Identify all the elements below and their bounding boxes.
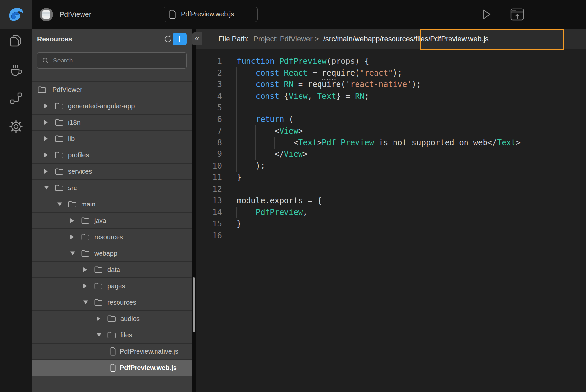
search-input[interactable] — [52, 57, 182, 64]
caret-right-icon[interactable] — [44, 120, 48, 125]
file-icon — [169, 10, 176, 19]
line-number: 9 — [196, 149, 222, 160]
caret-right-icon[interactable] — [70, 235, 74, 239]
caret-right-icon[interactable] — [70, 218, 74, 223]
code-line-15: 15} — [196, 218, 586, 230]
code-text: <View> — [237, 125, 303, 137]
wave-logo-icon — [7, 6, 25, 23]
tree-row-i18n[interactable]: i18n — [32, 115, 192, 131]
file-icon — [110, 364, 116, 372]
file-path-bar: « File Path: Project: PdfViewer > /src/m… — [196, 29, 586, 49]
refresh-button[interactable] — [163, 34, 173, 44]
caret-down-icon[interactable] — [70, 252, 75, 255]
tree-row-label: profiles — [68, 151, 89, 159]
add-resource-button[interactable] — [173, 33, 187, 45]
code-text: module.exports = { — [237, 195, 322, 207]
run-button[interactable] — [480, 9, 492, 20]
panel-gutter — [192, 29, 196, 392]
folder-icon — [55, 102, 64, 110]
caret-right-icon[interactable] — [97, 316, 100, 321]
folder-icon — [68, 201, 77, 208]
tree-row-generated-angular-app[interactable]: generated-angular-app — [32, 98, 192, 115]
line-number: 16 — [196, 230, 222, 242]
code-line-8: 8 <Text>Pdf Preview is not supported on … — [196, 137, 586, 149]
caret-right-icon[interactable] — [44, 104, 48, 108]
tree-row-pages[interactable]: pages — [32, 278, 192, 294]
line-number: 5 — [196, 102, 222, 114]
tree-row-java[interactable]: java — [32, 213, 192, 229]
rail-item-flows[interactable] — [9, 91, 23, 105]
caret-down-icon[interactable] — [97, 333, 101, 337]
tree-row-webapp[interactable]: webapp — [32, 245, 192, 262]
code-editor[interactable]: 1function PdfPreview(props) {2 const Rea… — [196, 49, 586, 392]
tree-row-profiles[interactable]: profiles — [32, 147, 192, 164]
code-line-7: 7 <View> — [196, 125, 586, 137]
tree-row-files[interactable]: files — [32, 327, 192, 344]
rail-item-java[interactable] — [9, 62, 23, 77]
caret-right-icon[interactable] — [44, 153, 48, 157]
folder-icon — [94, 266, 103, 273]
caret-right-icon[interactable] — [44, 136, 48, 141]
caret-right-icon[interactable] — [83, 267, 87, 272]
tree-scrollbar[interactable] — [193, 277, 195, 332]
code-line-4: 4 const {View, Text} = RN; — [196, 91, 586, 102]
resources-panel: Resources — [32, 29, 192, 392]
code-text: } — [237, 172, 241, 184]
publish-button[interactable] — [510, 8, 524, 21]
collapse-panel-button[interactable]: « — [192, 32, 202, 45]
caret-down-icon[interactable] — [83, 301, 88, 304]
tree-row-src[interactable]: src — [32, 180, 192, 196]
tree-row-services[interactable]: services — [32, 164, 192, 180]
folder-icon — [55, 135, 64, 142]
caret-right-icon[interactable] — [44, 169, 48, 174]
code-line-1: 1function PdfPreview(props) { — [196, 56, 586, 67]
pages-icon — [9, 34, 23, 48]
code-text: const React = require("react"); — [237, 67, 402, 79]
home-button[interactable] — [0, 0, 32, 29]
tree-row-PdfPreview.native.js[interactable]: PdfPreview.native.js — [32, 344, 192, 360]
rail-item-pages[interactable] — [9, 34, 23, 48]
tree-row-data[interactable]: data — [32, 262, 192, 278]
file-tree: PdfViewergenerated-angular-appi18nlibpro… — [32, 81, 192, 392]
project-info: PdfViewer — [40, 8, 91, 21]
caret-down-icon[interactable] — [44, 186, 49, 190]
tree-row-label: webapp — [94, 250, 117, 257]
flow-icon — [9, 91, 23, 105]
app-icon — [40, 8, 53, 21]
tree-row-partial — [32, 376, 192, 380]
folder-icon — [107, 331, 116, 339]
line-number: 2 — [196, 67, 222, 79]
tree-row-PdfViewer[interactable]: PdfViewer — [32, 82, 192, 98]
line-number: 14 — [196, 207, 222, 219]
caret-down-icon[interactable] — [57, 203, 62, 206]
tree-row-resources[interactable]: resources — [32, 294, 192, 311]
tree-row-resources[interactable]: resources — [32, 229, 192, 245]
tree-row-PdfPreview.web.js[interactable]: PdfPreview.web.js — [32, 360, 192, 376]
code-line-10: 10 ); — [196, 160, 586, 172]
code-text: PdfPreview, — [237, 207, 308, 219]
folder-icon — [81, 233, 90, 241]
open-file-tab[interactable]: PdfPreview.web.js — [164, 7, 258, 22]
refresh-icon — [163, 34, 173, 44]
rail-item-settings[interactable] — [9, 119, 23, 134]
folder-icon — [94, 282, 103, 290]
tree-row-label: i18n — [68, 119, 81, 126]
body: Resources — [0, 29, 586, 392]
code-line-12: 12 — [196, 184, 586, 195]
plus-icon — [176, 35, 183, 43]
code-line-13: 13module.exports = { — [196, 195, 586, 207]
indent-guide — [236, 67, 237, 172]
tree-row-main[interactable]: main — [32, 196, 192, 213]
folder-icon — [55, 119, 64, 126]
line-number: 3 — [196, 79, 222, 91]
search-box — [37, 52, 187, 69]
caret-right-icon[interactable] — [83, 284, 87, 288]
tree-row-audios[interactable]: audios — [32, 311, 192, 327]
app-window: PdfViewer PdfPreview.web.js — [0, 0, 586, 392]
tree-row-lib[interactable]: lib — [32, 131, 192, 147]
tree-row-label: src — [68, 184, 77, 192]
line-number: 13 — [196, 195, 222, 207]
top-bar: PdfViewer PdfPreview.web.js — [0, 0, 586, 29]
line-number: 11 — [196, 172, 222, 184]
file-path-value: /src/main/webapp/resources/files/PdfPrev… — [323, 35, 489, 43]
